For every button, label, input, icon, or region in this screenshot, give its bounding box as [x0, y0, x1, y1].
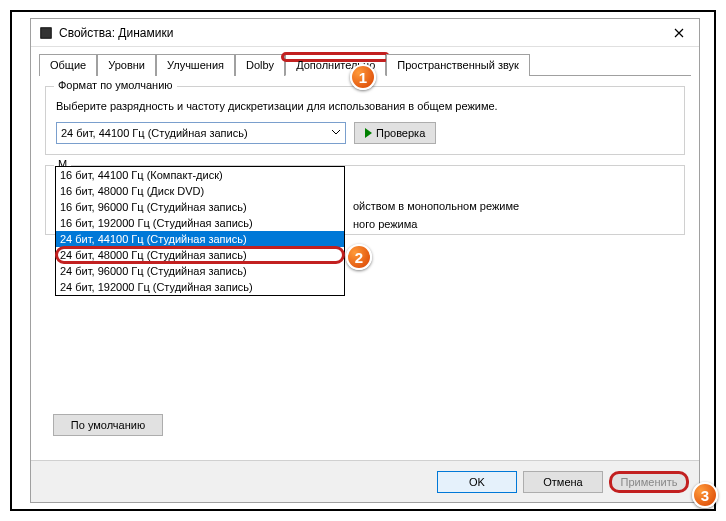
ok-button[interactable]: OK: [437, 471, 517, 493]
combo-value: 24 бит, 44100 Гц (Студийная запись): [61, 127, 248, 139]
dd-option-4[interactable]: 24 бит, 44100 Гц (Студийная запись): [56, 231, 344, 247]
default-format-group: Формат по умолчанию Выберите разрядность…: [45, 86, 685, 155]
defaults-button[interactable]: По умолчанию: [53, 414, 163, 436]
cancel-button[interactable]: Отмена: [523, 471, 603, 493]
window-title: Свойства: Динамики: [59, 26, 659, 40]
tab-dolby[interactable]: Dolby: [235, 54, 285, 76]
close-button[interactable]: [659, 19, 699, 47]
annotation-badge-2: 2: [346, 244, 372, 270]
mono-line2: ного режима: [353, 218, 417, 230]
format-description: Выберите разрядность и частоту дискретиз…: [56, 99, 674, 114]
apply-button[interactable]: Применить: [609, 471, 689, 493]
svg-rect-0: [41, 27, 52, 38]
tab-general[interactable]: Общие: [39, 54, 97, 76]
tab-levels[interactable]: Уровни: [97, 54, 156, 76]
speaker-icon: [39, 26, 53, 40]
play-icon: [365, 128, 372, 138]
dd-option-3[interactable]: 16 бит, 192000 Гц (Студийная запись): [56, 215, 344, 231]
titlebar: Свойства: Динамики: [31, 19, 699, 47]
dd-option-0[interactable]: 16 бит, 44100 Гц (Компакт-диск): [56, 167, 344, 183]
annotation-badge-3: 3: [692, 482, 718, 508]
mono-line1: ойством в монопольном режиме: [353, 200, 519, 212]
dialog-buttons: OK Отмена Применить: [31, 460, 699, 502]
group-title: Формат по умолчанию: [54, 79, 177, 91]
format-dropdown-list: 16 бит, 44100 Гц (Компакт-диск) 16 бит, …: [55, 166, 345, 296]
chevron-down-icon: [331, 127, 341, 139]
tab-content: Формат по умолчанию Выберите разрядность…: [31, 76, 699, 410]
dd-option-1[interactable]: 16 бит, 48000 Гц (Диск DVD): [56, 183, 344, 199]
dd-option-5[interactable]: 24 бит, 48000 Гц (Студийная запись): [55, 246, 345, 264]
dd-option-6[interactable]: 24 бит, 96000 Гц (Студийная запись): [56, 263, 344, 279]
test-button[interactable]: Проверка: [354, 122, 436, 144]
dd-option-7[interactable]: 24 бит, 192000 Гц (Студийная запись): [56, 279, 344, 295]
dd-option-2[interactable]: 16 бит, 96000 Гц (Студийная запись): [56, 199, 344, 215]
tab-enhancements[interactable]: Улучшения: [156, 54, 235, 76]
format-combobox[interactable]: 24 бит, 44100 Гц (Студийная запись): [56, 122, 346, 144]
annotation-badge-1: 1: [350, 64, 376, 90]
tab-spatial[interactable]: Пространственный звук: [386, 54, 530, 76]
